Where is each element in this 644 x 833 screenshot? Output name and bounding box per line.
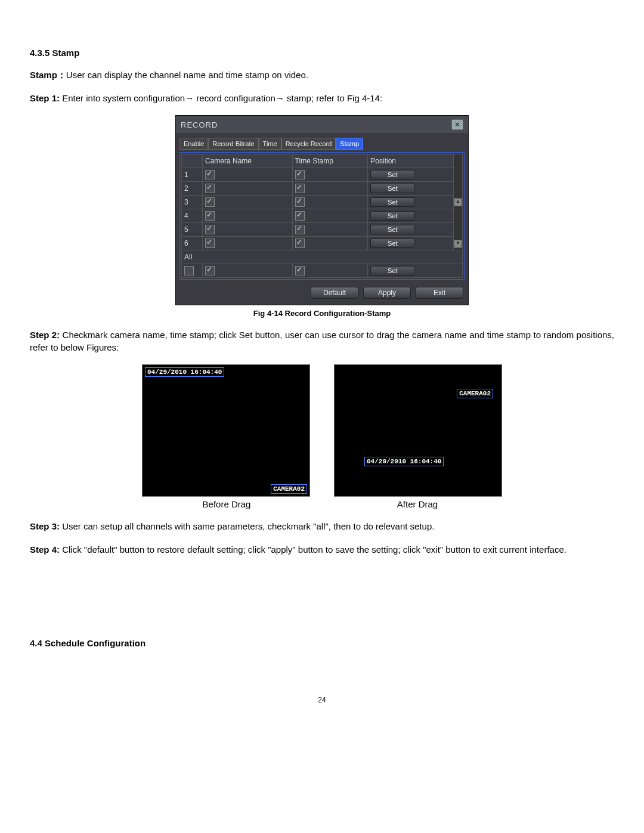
after-drag-caption: After Drag	[334, 499, 501, 509]
step4-text: Click "default" button to restore defaul…	[60, 544, 566, 555]
step3-bold: Step 3:	[30, 521, 60, 531]
checkbox-camera-name[interactable]	[205, 211, 215, 221]
preview-after-drag: CAMERA02 04/29/2010 16:04:40	[334, 364, 502, 497]
checkbox-time-stamp[interactable]	[295, 239, 305, 248]
apply-button[interactable]: Apply	[363, 287, 411, 299]
table-row: 4 Set	[182, 209, 463, 223]
set-button[interactable]: Set	[370, 239, 414, 248]
table-row: 6 Set	[182, 237, 463, 250]
arrow-icon: →	[275, 93, 284, 103]
all-label-row: All	[182, 250, 463, 264]
row-index: 2	[182, 182, 203, 196]
page-number: 24	[30, 696, 614, 704]
checkbox-time-stamp[interactable]	[295, 184, 305, 193]
default-button[interactable]: Default	[311, 287, 358, 299]
table-row: 1 Set	[182, 168, 463, 182]
set-button[interactable]: Set	[370, 170, 414, 179]
scrollbar[interactable]: ▲ ▼	[454, 154, 463, 250]
col-time-stamp: Time Stamp	[292, 154, 368, 168]
step3-text: User can setup all channels with same pa…	[60, 521, 434, 531]
step2-paragraph: Step 2: Checkmark camera name, time stam…	[30, 329, 614, 354]
step1-bold: Step 1:	[30, 93, 60, 103]
col-index	[182, 154, 203, 168]
dialog-titlebar: RECORD ✕	[176, 116, 468, 134]
dialog-title: RECORD	[181, 120, 218, 129]
heading-4-4: 4.4 Schedule Configuration	[30, 638, 614, 648]
row-index: 6	[182, 237, 203, 250]
close-icon[interactable]: ✕	[451, 119, 463, 130]
step3-paragraph: Step 3: User can setup all channels with…	[30, 520, 614, 532]
heading-4-3-5: 4.3.5 Stamp	[30, 48, 614, 58]
scroll-up-icon[interactable]: ▲	[454, 198, 462, 206]
exit-button[interactable]: Exit	[416, 287, 463, 299]
checkbox-camera-name[interactable]	[205, 184, 215, 193]
camera-overlay[interactable]: CAMERA02	[457, 389, 493, 398]
table-row: 2 Set	[182, 182, 463, 196]
step1-b: record configuration	[194, 93, 275, 103]
tab-bar: Enable Record Bitrate Time Recycle Recor…	[176, 134, 468, 150]
step1-c: stamp; refer to Fig 4-14:	[284, 93, 382, 103]
intro-paragraph: Stamp：User can display the channel name …	[30, 69, 614, 81]
timestamp-overlay[interactable]: 04/29/2010 16:04:40	[145, 367, 224, 377]
figure-caption: Fig 4-14 Record Configuration-Stamp	[30, 309, 614, 318]
scroll-down-icon[interactable]: ▼	[454, 240, 462, 248]
tab-record-bitrate[interactable]: Record Bitrate	[208, 138, 258, 150]
tab-time[interactable]: Time	[259, 138, 281, 150]
dialog-buttons: Default Apply Exit	[176, 283, 468, 305]
step2-text: Checkmark camera name, time stamp; click…	[30, 330, 614, 352]
timestamp-overlay[interactable]: 04/29/2010 16:04:40	[364, 457, 444, 466]
set-button[interactable]: Set	[370, 197, 414, 207]
intro-bold: Stamp：	[30, 70, 66, 80]
checkbox-time-stamp[interactable]	[295, 197, 305, 207]
step4-bold: Step 4:	[30, 544, 60, 555]
step2-bold: Step 2:	[30, 330, 60, 340]
all-label: All	[182, 250, 463, 264]
checkbox-camera-name[interactable]	[205, 197, 215, 207]
checkbox-all[interactable]	[184, 266, 194, 275]
step1-paragraph: Step 1: Enter into system configuration→…	[30, 92, 614, 104]
all-row: Set	[182, 264, 463, 278]
row-index: 3	[182, 196, 203, 209]
preview-before-drag: 04/29/2010 16:04:40 CAMERA02	[142, 364, 310, 497]
row-index: 4	[182, 209, 203, 223]
table-row: 3 Set	[182, 196, 463, 209]
checkbox-time-stamp[interactable]	[295, 266, 305, 275]
tab-recycle-record[interactable]: Recycle Record	[281, 138, 336, 150]
row-index: 5	[182, 223, 203, 237]
step1-a: Enter into system configuration	[60, 93, 185, 103]
col-position: Position	[368, 154, 454, 168]
set-button[interactable]: Set	[370, 184, 414, 193]
checkbox-time-stamp[interactable]	[295, 225, 305, 234]
grid-frame: Camera Name Time Stamp Position ▲ ▼ 1 Se…	[179, 152, 465, 280]
set-button[interactable]: Set	[370, 266, 414, 275]
row-index: 1	[182, 168, 203, 182]
checkbox-camera-name[interactable]	[205, 170, 215, 179]
arrow-icon: →	[185, 93, 194, 103]
tab-enable[interactable]: Enable	[179, 138, 208, 150]
col-camera-name: Camera Name	[203, 154, 293, 168]
record-dialog: RECORD ✕ Enable Record Bitrate Time Recy…	[175, 115, 469, 305]
set-button[interactable]: Set	[370, 225, 414, 234]
stamp-table: Camera Name Time Stamp Position ▲ ▼ 1 Se…	[181, 154, 463, 278]
table-row: 5 Set	[182, 223, 463, 237]
checkbox-time-stamp[interactable]	[295, 170, 305, 179]
checkbox-camera-name[interactable]	[205, 225, 215, 234]
step4-paragraph: Step 4: Click "default" button to restor…	[30, 543, 614, 556]
intro-text: User can display the channel name and ti…	[66, 70, 308, 80]
checkbox-time-stamp[interactable]	[295, 211, 305, 221]
tab-stamp[interactable]: Stamp	[336, 138, 363, 150]
checkbox-camera-name[interactable]	[205, 266, 215, 275]
before-drag-caption: Before Drag	[143, 499, 310, 509]
set-button[interactable]: Set	[370, 211, 414, 221]
camera-overlay[interactable]: CAMERA02	[271, 484, 307, 494]
checkbox-camera-name[interactable]	[205, 239, 215, 248]
